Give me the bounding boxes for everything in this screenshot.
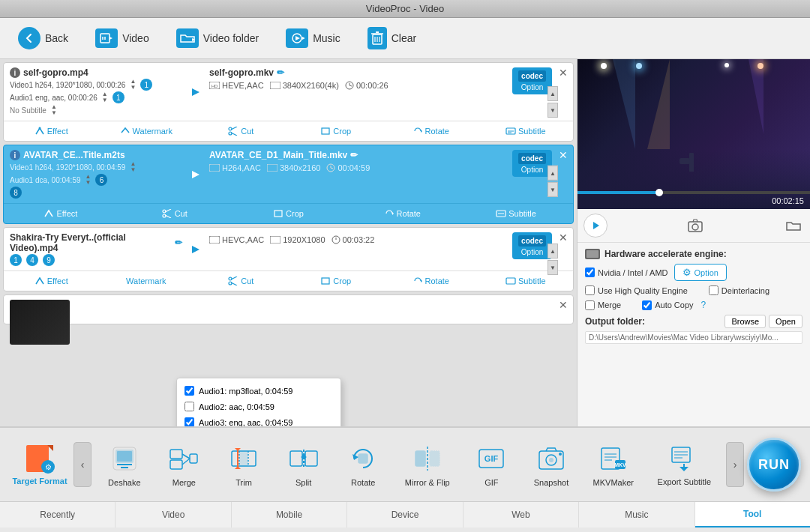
hw-checkbox-label[interactable]: Nvidia / Intel / AMD (585, 267, 668, 277)
close-shakira-button[interactable]: ✕ (556, 231, 570, 244)
audio-check-1[interactable] (184, 386, 194, 396)
scroll-dn-avatar[interactable]: ▼ (548, 182, 558, 197)
scroll-up-shakira[interactable]: ▲ (548, 244, 558, 259)
avatar-codec-btn[interactable]: codec Option (512, 150, 552, 177)
video-folder-button[interactable]: Video folder (170, 25, 265, 51)
audio-check-3[interactable] (184, 417, 194, 426)
avatar-subtitle-num: 8 (10, 187, 22, 199)
gopro-effect-btn[interactable]: Effect (4, 124, 99, 138)
scroll-dn-shakira[interactable]: ▼ (548, 260, 558, 275)
tab-video[interactable]: Video (116, 502, 231, 528)
quality-checkbox[interactable] (585, 285, 595, 295)
shakira-rotate-btn[interactable]: Rotate (383, 274, 478, 288)
back-button[interactable]: Back (12, 24, 74, 52)
run-button[interactable]: RUN (747, 438, 801, 492)
gopro-rotate-btn[interactable]: Rotate (383, 124, 478, 138)
avatar-output-codec: H264,AAC (209, 163, 261, 172)
tool-split[interactable]: Split (281, 439, 326, 490)
shakira-codec-btn[interactable]: codec Option (512, 232, 552, 259)
scroll-up-avatar[interactable]: ▲ (548, 166, 558, 181)
audio-check-2[interactable] (184, 402, 194, 411)
scroll-left-arrow[interactable]: ‹ (74, 442, 92, 487)
tab-mobile[interactable]: Mobile (232, 502, 347, 528)
svg-rect-86 (416, 451, 425, 466)
gopro-subtitle-btn[interactable]: Subtitle (478, 124, 574, 138)
gopro-audio-select[interactable]: ▲▼ (102, 91, 108, 103)
merge-label[interactable]: Merge (585, 300, 621, 310)
merge-checkbox[interactable] (585, 300, 595, 310)
tool-deshake[interactable]: Deshake (102, 439, 147, 490)
quality-label[interactable]: Use High Quality Engine (585, 285, 688, 295)
close-avatar-button[interactable]: ✕ (556, 148, 570, 162)
shakira-watermark-btn[interactable]: Watermark (99, 274, 194, 288)
tab-tool[interactable]: Tool (695, 502, 810, 528)
tool-snapshot[interactable]: Snapshot (529, 439, 574, 490)
play-button[interactable] (584, 214, 608, 238)
tab-music[interactable]: Music (579, 502, 694, 528)
deinterlacing-label[interactable]: Deinterlacing (709, 285, 770, 295)
video-button[interactable]: Video (89, 25, 155, 51)
gopro-video-select[interactable]: ▲▼ (130, 79, 136, 91)
avatar-crop-btn[interactable]: Crop (232, 207, 346, 220)
video-card-avatar: ✕ i AVATAR_CE...Title.m2ts Video1 h264, … (3, 145, 574, 224)
open-button[interactable]: Open (769, 315, 802, 328)
tool-mkvmaker[interactable]: MKV MKVMaker (589, 439, 638, 490)
avatar-subtitle-btn[interactable]: Subtitle (459, 207, 573, 220)
scroll-dn-gopro[interactable]: ▼ (548, 103, 558, 118)
gopro-watermark-btn[interactable]: Watermark (99, 124, 194, 138)
avatar-edit-icon[interactable]: ✏ (350, 150, 358, 160)
autocopy-help[interactable]: ? (701, 300, 706, 310)
tool-rotate[interactable]: Rotate (340, 439, 386, 490)
browse-button[interactable]: Browse (724, 315, 766, 328)
avatar-video-select[interactable]: ▲▼ (130, 161, 136, 173)
shakira-edit-icon[interactable]: ✏ (175, 238, 182, 248)
autocopy-label[interactable]: Auto Copy (642, 300, 693, 310)
shakira-crop-btn[interactable]: Crop (289, 274, 384, 288)
tool-gif[interactable]: GIF GIF (469, 439, 514, 490)
gopro-codec-btn[interactable]: codec Option (512, 67, 552, 94)
preview-progress-dot[interactable] (656, 189, 663, 196)
shakira-cut-btn[interactable]: Cut (194, 274, 289, 288)
gopro-cut-btn[interactable]: Cut (194, 124, 289, 138)
gopro-subtitle-select[interactable]: ▲▼ (51, 104, 57, 116)
clear-button[interactable]: Clear (362, 24, 422, 52)
target-format[interactable]: ⚙ Target Format (6, 438, 74, 492)
tab-web[interactable]: Web (464, 502, 579, 528)
gopro-crop-btn[interactable]: Crop (289, 124, 384, 138)
tab-recently[interactable]: Recently (0, 502, 116, 528)
avatar-output-res: 3840x2160 (267, 163, 320, 172)
avatar-actions: Effect Cut Crop Rotate Subtitle (4, 203, 573, 223)
avatar-rotate-btn[interactable]: Rotate (345, 207, 459, 220)
music-button[interactable]: Music (280, 25, 346, 51)
shakira-effect-btn[interactable]: Effect (4, 274, 99, 288)
autocopy-checkbox[interactable] (642, 300, 652, 310)
deinterlacing-checkbox[interactable] (709, 285, 718, 295)
svg-text:GIF: GIF (484, 454, 499, 463)
tool-trim[interactable]: Trim (221, 439, 266, 490)
preview-progress-bar[interactable] (578, 191, 810, 194)
avatar-effect-btn[interactable]: Effect (4, 207, 118, 220)
audio-item-2[interactable]: Audio2: aac, 0:04:59 (177, 399, 340, 414)
svg-rect-87 (430, 451, 440, 466)
folder-preview-btn[interactable] (783, 215, 804, 236)
audio-item-3[interactable]: Audio3: eng, aac, 0:04:59 (177, 414, 340, 426)
avatar-audio-select[interactable]: ▲▼ (86, 174, 92, 186)
snapshot-preview-btn[interactable] (685, 215, 706, 236)
close-empty-button[interactable]: ✕ (556, 298, 570, 312)
close-gopro-button[interactable]: ✕ (556, 66, 570, 79)
avatar-cut-btn[interactable]: Cut (118, 207, 232, 220)
audio-item-1[interactable]: Audio1: mp3float, 0:04:59 (177, 383, 340, 399)
hw-checkbox[interactable] (585, 267, 595, 277)
tool-mirror-flip[interactable]: Mirror & Flip (400, 439, 454, 490)
hw-option-btn[interactable]: ⚙ Option (674, 264, 727, 281)
file-list-panel[interactable]: ✕ i self-gopro.mp4 Video1 h264, 1920*108… (0, 59, 578, 426)
gopro-edit-icon[interactable]: ✏ (277, 67, 284, 78)
folder-icon (176, 28, 199, 48)
gopro-input-section: i self-gopro.mp4 Video1 h264, 1920*1080,… (10, 67, 182, 116)
shakira-subtitle-btn[interactable]: Subtitle (478, 274, 574, 288)
tool-export-subtitle[interactable]: Export Subtitle (653, 438, 716, 490)
scroll-right-arrow[interactable]: › (726, 442, 744, 487)
tab-device[interactable]: Device (347, 502, 463, 528)
tool-merge[interactable]: Merge (161, 439, 206, 490)
scroll-up-gopro[interactable]: ▲ (548, 86, 558, 101)
